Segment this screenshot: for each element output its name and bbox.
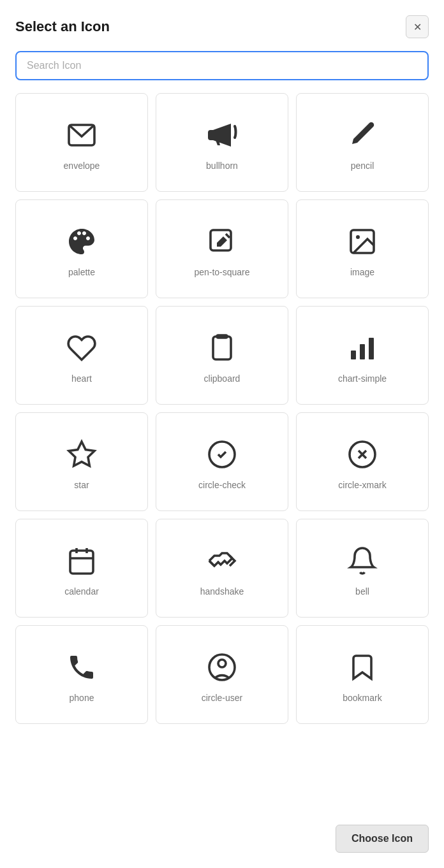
icon-cell-chart-simple[interactable]: chart-simple (296, 306, 429, 405)
bookmark-label: bookmark (343, 693, 381, 703)
icon-cell-circle-xmark[interactable]: circle-xmark (296, 412, 429, 511)
clipboard-label: clipboard (204, 373, 241, 384)
calendar-label: calendar (64, 586, 99, 597)
circle-check-icon (207, 439, 237, 470)
icon-cell-bookmark[interactable]: bookmark (296, 625, 429, 724)
icon-cell-circle-user[interactable]: circle-user (156, 625, 288, 724)
icon-cell-pencil[interactable]: pencil (296, 93, 429, 192)
phone-label: phone (70, 693, 94, 703)
icon-cell-bullhorn[interactable]: bullhorn (156, 93, 288, 192)
close-icon: ✕ (413, 21, 422, 33)
search-input[interactable] (15, 51, 429, 80)
palette-label: palette (68, 267, 95, 277)
envelope-icon (66, 120, 97, 150)
modal-header: Select an Icon ✕ (15, 15, 429, 38)
choose-icon-button[interactable]: Choose Icon (336, 825, 429, 853)
image-icon (347, 226, 378, 257)
circle-xmark-label: circle-xmark (338, 480, 386, 490)
bullhorn-icon (207, 120, 237, 150)
icon-cell-calendar[interactable]: calendar (15, 519, 148, 618)
chart-simple-label: chart-simple (338, 373, 387, 384)
palette-icon (66, 226, 97, 257)
icon-cell-bell[interactable]: bell (296, 519, 429, 618)
clipboard-icon (207, 333, 237, 363)
circle-user-label: circle-user (202, 693, 243, 703)
icon-cell-clipboard[interactable]: clipboard (156, 306, 288, 405)
phone-icon (66, 652, 97, 683)
icon-cell-handshake[interactable]: handshake (156, 519, 288, 618)
svg-rect-7 (369, 338, 374, 359)
svg-rect-5 (351, 351, 356, 359)
calendar-icon (66, 546, 97, 576)
svg-point-3 (356, 235, 360, 239)
image-label: image (350, 267, 374, 277)
svg-rect-4 (213, 336, 231, 359)
star-icon (66, 439, 97, 470)
bell-label: bell (355, 586, 369, 597)
pen-to-square-icon (207, 226, 237, 257)
bell-icon (347, 546, 378, 576)
icon-cell-image[interactable]: image (296, 199, 429, 298)
svg-marker-8 (69, 442, 94, 466)
icon-cell-palette[interactable]: palette (15, 199, 148, 298)
handshake-label: handshake (200, 586, 244, 597)
close-button[interactable]: ✕ (406, 15, 429, 38)
bullhorn-label: bullhorn (206, 161, 238, 171)
pen-to-square-label: pen-to-square (194, 267, 249, 277)
icon-cell-envelope[interactable]: envelope (15, 93, 148, 192)
icon-cell-star[interactable]: star (15, 412, 148, 511)
heart-label: heart (71, 373, 92, 384)
handshake-icon (207, 546, 237, 576)
star-label: star (74, 480, 89, 490)
circle-xmark-icon (347, 439, 378, 470)
pencil-label: pencil (351, 161, 374, 171)
svg-rect-13 (70, 551, 93, 574)
icon-cell-phone[interactable]: phone (15, 625, 148, 724)
pencil-icon (347, 120, 378, 150)
envelope-label: envelope (64, 161, 100, 171)
bookmark-icon (347, 652, 378, 683)
icons-grid: envelope bullhorn pencil palette (15, 93, 429, 724)
icon-cell-circle-check[interactable]: circle-check (156, 412, 288, 511)
heart-icon (66, 333, 97, 363)
footer: Choose Icon (336, 825, 429, 853)
circle-user-icon (207, 652, 237, 683)
search-container (15, 51, 429, 80)
svg-rect-6 (360, 344, 365, 359)
select-icon-modal: Select an Icon ✕ envelope bullhorn (0, 0, 444, 868)
icon-cell-heart[interactable]: heart (15, 306, 148, 405)
chart-simple-icon (347, 333, 378, 363)
icon-cell-pen-to-square[interactable]: pen-to-square (156, 199, 288, 298)
modal-title: Select an Icon (15, 18, 110, 35)
svg-point-18 (218, 660, 226, 667)
circle-check-label: circle-check (198, 480, 246, 490)
